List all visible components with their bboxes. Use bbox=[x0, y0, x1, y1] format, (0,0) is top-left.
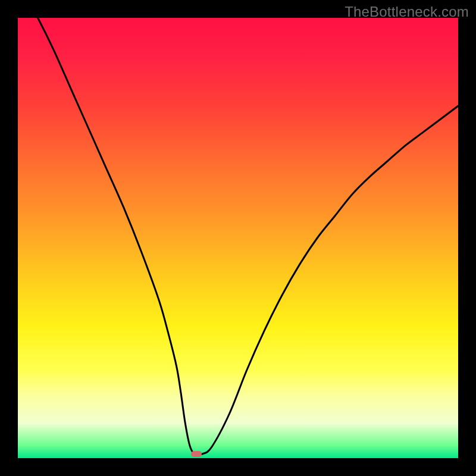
chart-frame: TheBottleneck.com bbox=[0, 0, 476, 476]
optimum-marker bbox=[191, 451, 202, 457]
curve-svg bbox=[18, 18, 458, 458]
bottleneck-curve bbox=[18, 18, 458, 455]
watermark-text: TheBottleneck.com bbox=[345, 4, 469, 20]
plot-area bbox=[18, 18, 458, 458]
